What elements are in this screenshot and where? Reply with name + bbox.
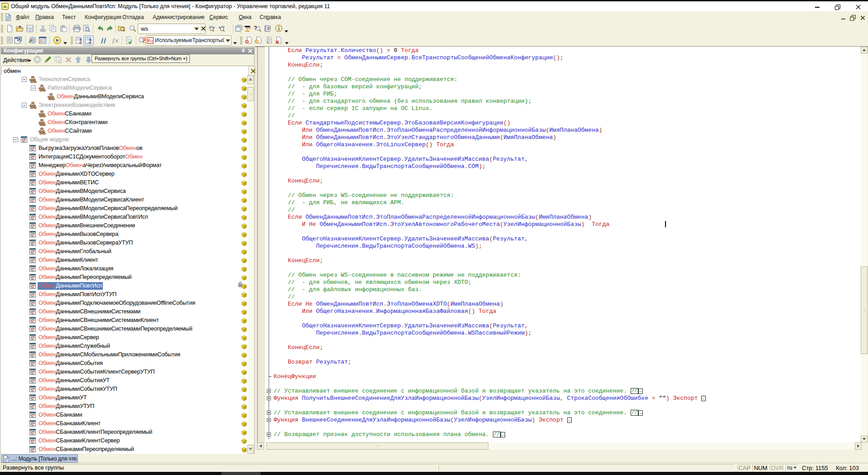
svg-text:C: C [89, 41, 92, 44]
svg-text:(x): (x) [150, 39, 154, 43]
svg-text:C: C [79, 41, 82, 44]
svg-text:?: ? [256, 40, 258, 44]
